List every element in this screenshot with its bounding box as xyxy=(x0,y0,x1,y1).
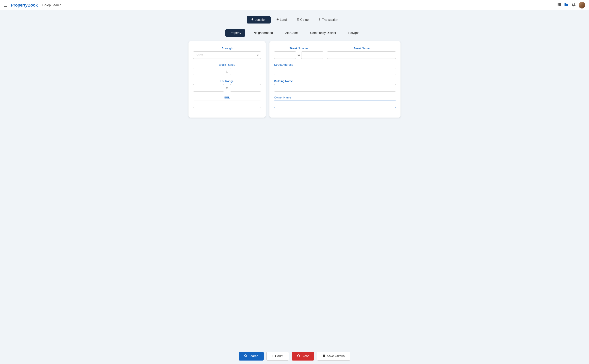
svg-rect-5 xyxy=(560,4,561,5)
coop-icon xyxy=(296,18,299,22)
street-number-to-text: to xyxy=(298,54,300,57)
save-criteria-button-label: Save Criteria xyxy=(327,354,345,358)
street-top-row: Street Number to Street Name xyxy=(274,47,396,59)
refresh-icon xyxy=(297,354,300,358)
search-button-label: Search xyxy=(249,354,258,358)
avatar[interactable] xyxy=(579,2,585,8)
search-button[interactable]: Search xyxy=(239,352,264,361)
lot-range-row: to xyxy=(193,84,261,91)
header-left: ☰ PropertyBook Co-op Search xyxy=(4,3,557,8)
tab-transaction-label: Transaction xyxy=(322,18,338,22)
main-content: Location Land Co-op Tra xyxy=(0,10,589,137)
svg-rect-0 xyxy=(558,3,559,4)
svg-rect-2 xyxy=(560,3,561,4)
block-range-row: to xyxy=(193,68,261,75)
tab-location-label: Location xyxy=(255,18,267,22)
street-number-group: Street Number to xyxy=(274,47,323,59)
bbl-label: BBL xyxy=(193,96,261,99)
subtab-community-label: Community District xyxy=(310,31,336,34)
bell-icon[interactable] xyxy=(572,3,576,7)
street-number-to-input[interactable] xyxy=(301,52,323,59)
clear-button-label: Clear xyxy=(301,354,309,358)
svg-rect-6 xyxy=(558,5,559,6)
land-icon xyxy=(276,18,279,22)
street-address-group: Street Address xyxy=(274,63,396,75)
save-criteria-button[interactable]: Save Criteria xyxy=(317,352,350,361)
bbl-field-group: BBL xyxy=(193,96,261,108)
svg-line-10 xyxy=(246,356,247,357)
tab-location[interactable]: Location xyxy=(247,16,271,24)
borough-label: Borough xyxy=(193,47,261,50)
subtab-neighborhood[interactable]: Neighborhood xyxy=(249,29,277,37)
tab-coop-label: Co-op xyxy=(300,18,309,22)
street-number-from-input[interactable] xyxy=(274,52,296,59)
svg-rect-7 xyxy=(559,5,560,6)
svg-point-9 xyxy=(244,355,247,357)
header-right xyxy=(557,2,585,8)
top-tabs-nav: Location Land Co-op Tra xyxy=(4,16,585,24)
folder-icon[interactable] xyxy=(564,3,569,7)
subtab-polygon[interactable]: Polygon xyxy=(344,29,364,37)
svg-rect-1 xyxy=(559,3,560,4)
lot-range-field-group: Lot Range to xyxy=(193,79,261,91)
page-subtitle: Co-op Search xyxy=(42,3,61,7)
building-name-group: Building Name xyxy=(274,79,396,91)
subtab-community[interactable]: Community District xyxy=(306,29,340,37)
svg-rect-3 xyxy=(558,4,559,5)
lot-range-from-input[interactable] xyxy=(193,84,224,91)
save-icon xyxy=(322,354,326,358)
street-address-label: Street Address xyxy=(274,63,396,66)
left-card: Borough Select... Manhattan Brooklyn Que… xyxy=(189,41,266,117)
owner-name-group: Owner Name xyxy=(274,96,396,108)
right-card: Street Number to Street Name Street Addr… xyxy=(269,41,400,117)
cards-container: Borough Select... Manhattan Brooklyn Que… xyxy=(189,41,400,117)
street-address-input[interactable] xyxy=(274,68,396,75)
count-button-label: Count xyxy=(275,354,283,358)
street-name-input[interactable] xyxy=(327,52,396,59)
building-name-label: Building Name xyxy=(274,79,396,83)
block-range-label: Block Range xyxy=(193,63,261,66)
borough-select-wrapper: Select... Manhattan Brooklyn Queens The … xyxy=(193,52,261,59)
transaction-icon xyxy=(318,18,321,22)
street-number-label: Street Number xyxy=(274,47,323,50)
block-range-from-input[interactable] xyxy=(193,68,224,75)
count-button[interactable]: + Count xyxy=(266,352,289,361)
hamburger-icon[interactable]: ☰ xyxy=(4,3,7,7)
svg-rect-4 xyxy=(559,4,560,5)
owner-name-input[interactable] xyxy=(274,101,396,108)
bbl-input[interactable] xyxy=(193,101,261,108)
tab-coop[interactable]: Co-op xyxy=(292,16,313,24)
subtab-zipcode-label: Zip Code xyxy=(285,31,298,34)
subtab-zipcode[interactable]: Zip Code xyxy=(281,29,302,37)
subtab-property[interactable]: Property xyxy=(225,29,245,37)
app-title: PropertyBook xyxy=(11,3,38,8)
subtab-property-label: Property xyxy=(229,31,241,34)
block-range-field-group: Block Range to xyxy=(193,63,261,75)
lot-range-label: Lot Range xyxy=(193,79,261,83)
clear-button[interactable]: Clear xyxy=(292,352,314,361)
borough-field-group: Borough Select... Manhattan Brooklyn Que… xyxy=(193,47,261,59)
block-range-to-input[interactable] xyxy=(230,68,261,75)
subtab-neighborhood-label: Neighborhood xyxy=(254,31,273,34)
tab-transaction[interactable]: Transaction xyxy=(314,16,342,24)
block-range-to-text: to xyxy=(226,70,228,73)
search-icon xyxy=(244,354,247,358)
subtab-polygon-label: Polygon xyxy=(348,31,360,34)
lot-range-to-text: to xyxy=(226,86,228,89)
borough-select[interactable]: Select... Manhattan Brooklyn Queens The … xyxy=(193,52,261,59)
street-number-inputs: to xyxy=(274,52,323,59)
street-name-group: Street Name xyxy=(327,47,396,59)
tab-land-label: Land xyxy=(280,18,287,22)
building-name-input[interactable] xyxy=(274,84,396,91)
tab-land[interactable]: Land xyxy=(272,16,291,24)
location-pin-icon xyxy=(251,18,254,22)
lot-range-to-input[interactable] xyxy=(230,84,261,91)
owner-name-label: Owner Name xyxy=(274,96,396,99)
bottom-action-bar: Search + Count Clear Save Criteria xyxy=(0,348,589,364)
grid-icon[interactable] xyxy=(557,3,561,7)
svg-rect-8 xyxy=(560,5,561,6)
sub-tabs-nav: Property Neighborhood Zip Code Community… xyxy=(4,29,585,37)
plus-icon: + xyxy=(272,354,274,358)
app-header: ☰ PropertyBook Co-op Search xyxy=(0,0,589,10)
street-name-label: Street Name xyxy=(327,47,396,50)
